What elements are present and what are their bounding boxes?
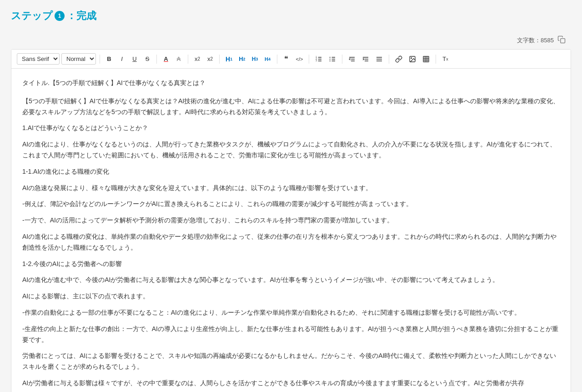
h4-button[interactable]: H4 bbox=[262, 55, 273, 63]
underline-button[interactable]: U bbox=[129, 54, 140, 64]
indent-increase-button[interactable] bbox=[360, 54, 371, 64]
h2-button[interactable]: H2 bbox=[236, 54, 247, 64]
divider-7 bbox=[342, 55, 342, 64]
italic-button[interactable]: I bbox=[116, 54, 127, 64]
section1-2-heading: 1-2.今後のAIによる労働者への影響 bbox=[22, 259, 560, 270]
font-color-strikethrough-button[interactable]: A bbox=[173, 54, 184, 64]
title-prefix: ステップ bbox=[11, 9, 53, 23]
font-color-button[interactable]: A bbox=[161, 54, 171, 64]
intro-paragraph: 【5つの手順で紐解く】AIで仕事がなくなる真実とは？AI技術の進化が進む中、AI… bbox=[22, 96, 560, 118]
toolbar: Sans Serif Normal B I U S A A bbox=[11, 50, 571, 69]
section1-1-heading: 1-1.AIの進化による職種の変化 bbox=[22, 166, 560, 177]
font-family-wrapper: Sans Serif bbox=[17, 53, 60, 65]
font-style-wrapper: Normal bbox=[61, 53, 96, 65]
font-family-select[interactable]: Sans Serif bbox=[17, 53, 60, 65]
svg-point-12 bbox=[330, 60, 331, 61]
subscript-button[interactable]: x2 bbox=[205, 54, 216, 64]
title-suffix: ：完成 bbox=[66, 9, 96, 23]
editor-container: Sans Serif Normal B I U S A A bbox=[11, 49, 571, 392]
unordered-list-button[interactable] bbox=[326, 54, 338, 64]
word-count-label: 文字数：8585 bbox=[517, 36, 554, 45]
font-style-select[interactable]: Normal bbox=[61, 53, 96, 65]
section1-1-body1: AIの急速な発展により、様々な職種が大きな変化を迎えています。具体的には、以下の… bbox=[22, 183, 560, 194]
divider-6 bbox=[309, 55, 309, 64]
divider-5 bbox=[277, 55, 277, 64]
svg-rect-0 bbox=[561, 39, 565, 43]
ordered-list-button[interactable]: 1 2 3 bbox=[313, 54, 325, 64]
divider-4 bbox=[219, 55, 220, 64]
svg-rect-24 bbox=[423, 56, 429, 62]
align-button[interactable] bbox=[373, 54, 385, 64]
step-number: 1 bbox=[55, 11, 65, 21]
editor-content[interactable]: タイトル.【5つの手順で紐解く】AIで仕事がなくなる真実とは？ 【5つの手順で紐… bbox=[11, 69, 571, 392]
section1-2-list2: -生産性の向上と新たな仕事の創出：一方で、AIの導入により生産性が向上し、新たな… bbox=[22, 324, 560, 346]
svg-point-23 bbox=[411, 57, 412, 58]
section1-1-list1: -例えば、簿記や会計などのルーチンワークがAIに置き換えられることにより、これら… bbox=[22, 199, 560, 210]
copy-icon[interactable] bbox=[557, 35, 566, 45]
section1-body: AIの進化により、仕事がなくなるというのは、人間が行ってきた業務やタスクが、機械… bbox=[22, 139, 560, 161]
section1-2-body3: 労働者にとっては、AIによる影響を受けることで、スキルや知識の再編成が必要になる… bbox=[22, 351, 560, 372]
section1-2-body1: AIの進化が進む中で、今後のAIが労働者に与える影響は大きな関心事となっています… bbox=[22, 275, 560, 286]
clear-format-button[interactable]: Tx bbox=[440, 54, 451, 64]
image-button[interactable] bbox=[406, 54, 418, 64]
word-count-bar: 文字数：8585 bbox=[11, 32, 571, 49]
link-button[interactable] bbox=[393, 54, 405, 64]
bold-button[interactable]: B bbox=[104, 54, 115, 64]
h1-button[interactable]: H1 bbox=[223, 54, 235, 64]
section1-2-body2: AIによる影響は、主に以下の点で表れます。 bbox=[22, 291, 560, 302]
divider-1 bbox=[100, 55, 100, 64]
page-title: ステップ1：完成 bbox=[11, 9, 571, 23]
section1-heading: 1.AIで仕事がなくなるとはどういうことか？ bbox=[22, 123, 560, 134]
divider-9 bbox=[436, 55, 436, 64]
doc-title: タイトル.【5つの手順で紐解く】AIで仕事がなくなる真実とは？ bbox=[22, 78, 560, 89]
section1-1-list2: -一方で、AIの活用によってデータ解析や予測分析の需要が急増しており、これらのス… bbox=[22, 215, 560, 226]
svg-point-10 bbox=[330, 57, 331, 58]
blockquote-button[interactable]: ❝ bbox=[281, 53, 292, 65]
superscript-button[interactable]: x2 bbox=[192, 54, 203, 64]
indent-decrease-button[interactable] bbox=[346, 54, 358, 64]
divider-3 bbox=[188, 55, 188, 64]
svg-point-11 bbox=[330, 59, 331, 60]
divider-2 bbox=[156, 55, 157, 64]
h3-button[interactable]: H3 bbox=[250, 55, 261, 64]
section1-1-body2: AIの進化による職種の変化は、単純作業の自動化やデータ処理の効率化によって、従来… bbox=[22, 231, 560, 253]
divider-8 bbox=[389, 55, 389, 64]
table-button[interactable] bbox=[420, 54, 432, 64]
section1-2-list1: -作業の自動化による一部の仕事が不要になること：AIの進化により、ルーチンな作業… bbox=[22, 307, 560, 318]
section1-2-body4: AIが労働者に与える影響は様々ですが、その中で重要なのは、人間らしさを活かすこと… bbox=[22, 378, 560, 389]
code-button[interactable]: </> bbox=[294, 55, 306, 63]
svg-text:3: 3 bbox=[316, 60, 317, 62]
strikethrough-button[interactable]: S bbox=[142, 54, 153, 64]
